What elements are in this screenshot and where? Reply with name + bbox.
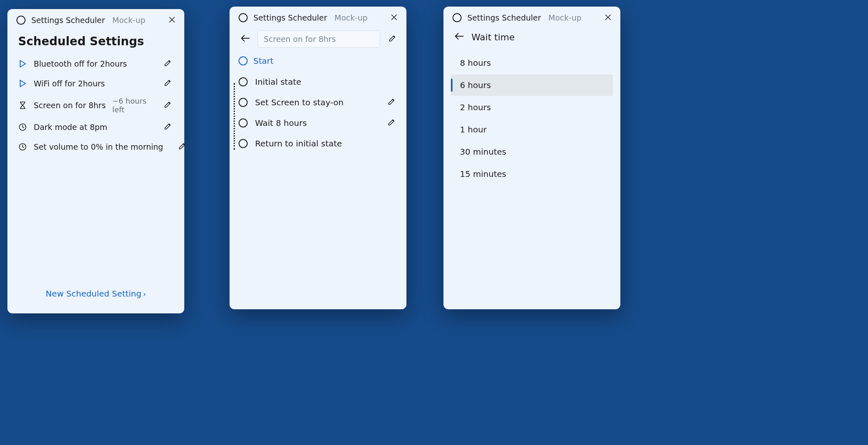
option-label: 30 minutes xyxy=(460,147,506,157)
schedule-item-label: Dark mode at 8pm xyxy=(34,123,107,132)
window-scheduled-settings: Settings Scheduler Mock-up Scheduled Set… xyxy=(7,9,184,313)
schedule-name-value: Screen on for 8hrs xyxy=(264,35,336,44)
schedule-item-label: Set volume to 0% in the morning xyxy=(34,142,163,151)
titlebar: Settings Scheduler Mock-up xyxy=(7,9,184,31)
schedule-item: Bluetooth off for 2hours xyxy=(16,54,175,74)
pencil-icon xyxy=(164,100,172,109)
subheader: Wait time xyxy=(443,29,620,48)
close-icon xyxy=(169,16,175,23)
schedule-item: Screen on for 8hrs ~6 hours left xyxy=(16,93,175,117)
schedule-item-label: WiFi off for 2hours xyxy=(34,79,105,88)
edit-button[interactable] xyxy=(176,140,188,153)
circle-icon xyxy=(239,77,248,86)
back-button[interactable] xyxy=(453,30,466,44)
edit-button[interactable] xyxy=(162,77,174,90)
app-tag: Mock-up xyxy=(548,13,581,22)
app-tag: Mock-up xyxy=(112,16,145,25)
schedule-item-meta: ~6 hours left xyxy=(112,97,149,114)
clock-icon xyxy=(18,143,27,151)
window-flow-editor: Settings Scheduler Mock-up Screen on for… xyxy=(230,7,406,309)
schedule-item-label: Bluetooth off for 2hours xyxy=(34,59,127,68)
option-label: 15 minutes xyxy=(460,169,506,179)
options-list: 8 hours 6 hours 2 hours 1 hour 30 minute… xyxy=(443,48,620,189)
close-button[interactable] xyxy=(602,11,614,25)
flow-step-label: Initial state xyxy=(255,77,397,87)
flow-steps: Initial state Set Screen to stay-on Wait… xyxy=(230,69,406,156)
titlebar: Settings Scheduler Mock-up xyxy=(443,7,620,29)
close-icon xyxy=(391,14,397,21)
content-area: Scheduled Settings Bluetooth off for 2ho… xyxy=(7,31,184,313)
close-button[interactable] xyxy=(388,11,400,25)
schedule-item: WiFi off for 2hours xyxy=(16,74,175,93)
pencil-icon xyxy=(388,97,396,106)
schedule-item-label: Screen on for 8hrs xyxy=(34,101,106,110)
flow-step: Wait 8 hours xyxy=(239,113,397,133)
edit-name-button[interactable] xyxy=(386,32,399,46)
edit-button[interactable] xyxy=(162,121,174,134)
window-wait-time: Settings Scheduler Mock-up Wait time 8 h… xyxy=(443,7,620,309)
start-label: Start xyxy=(253,56,274,66)
page-title: Scheduled Settings xyxy=(18,35,174,48)
subheader: Screen on for 8hrs xyxy=(230,29,406,52)
page-title: Wait time xyxy=(471,32,515,42)
new-scheduled-setting-link[interactable]: New Scheduled Setting› xyxy=(16,283,175,307)
flow-step-label: Set Screen to stay-on xyxy=(255,97,378,107)
schedule-name-input[interactable]: Screen on for 8hrs xyxy=(258,30,380,48)
wait-option[interactable]: 15 minutes xyxy=(451,163,613,185)
option-label: 1 hour xyxy=(460,125,487,134)
new-link-label: New Scheduled Setting xyxy=(46,289,142,299)
play-icon xyxy=(18,79,27,88)
play-icon xyxy=(18,60,27,68)
back-button[interactable] xyxy=(239,32,252,46)
edit-step-button[interactable] xyxy=(386,116,397,130)
arrow-left-icon xyxy=(240,34,250,42)
app-icon xyxy=(453,13,462,22)
circle-icon xyxy=(239,139,248,148)
app-icon xyxy=(239,13,248,22)
wait-option[interactable]: 8 hours xyxy=(451,52,613,74)
wait-option[interactable]: 2 hours xyxy=(451,97,613,118)
pencil-icon xyxy=(164,79,172,87)
app-title: Settings Scheduler xyxy=(253,13,327,22)
option-label: 6 hours xyxy=(460,80,491,90)
wait-option[interactable]: 30 minutes xyxy=(451,141,613,162)
pencil-icon xyxy=(388,118,396,126)
clock-icon xyxy=(18,123,27,131)
wait-option[interactable]: 6 hours xyxy=(451,74,613,96)
flow-step: Set Screen to stay-on xyxy=(239,92,397,113)
edit-button[interactable] xyxy=(162,57,174,70)
start-step[interactable]: Start xyxy=(230,52,406,69)
chevron-right-icon: › xyxy=(143,290,146,298)
circle-icon xyxy=(239,98,248,107)
app-title: Settings Scheduler xyxy=(467,13,541,22)
flow-step: Return to initial state xyxy=(239,133,397,154)
schedule-item: Set volume to 0% in the morning xyxy=(16,137,175,157)
hourglass-icon xyxy=(18,101,27,109)
pencil-icon xyxy=(178,142,186,150)
circle-icon xyxy=(239,118,248,127)
circle-icon xyxy=(239,56,248,65)
app-tag: Mock-up xyxy=(334,13,367,22)
option-label: 8 hours xyxy=(460,58,491,68)
titlebar: Settings Scheduler Mock-up xyxy=(230,7,406,29)
edit-button[interactable] xyxy=(162,99,174,112)
pencil-icon xyxy=(388,34,397,42)
flow-connector xyxy=(234,83,235,150)
flow-step-label: Wait 8 hours xyxy=(255,118,378,128)
arrow-left-icon xyxy=(454,32,464,40)
app-icon xyxy=(16,16,26,25)
close-icon xyxy=(605,14,611,21)
app-title: Settings Scheduler xyxy=(31,16,105,25)
close-button[interactable] xyxy=(166,13,178,27)
flow-step: Initial state xyxy=(239,72,397,92)
schedule-item: Dark mode at 8pm xyxy=(16,117,175,137)
wait-option[interactable]: 1 hour xyxy=(451,119,613,140)
pencil-icon xyxy=(164,122,172,130)
option-label: 2 hours xyxy=(460,102,491,112)
pencil-icon xyxy=(164,59,172,67)
flow-step-label: Return to initial state xyxy=(255,139,397,148)
edit-step-button[interactable] xyxy=(386,96,397,109)
